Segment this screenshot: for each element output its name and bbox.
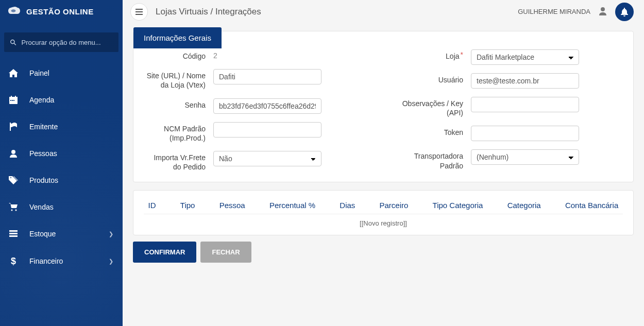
select-frete[interactable]: Não [213,151,321,166]
input-obs[interactable] [471,97,579,112]
close-button[interactable]: FECHAR [200,242,251,263]
sidebar-item-financeiro[interactable]: $ Financeiro ❯ [0,247,123,275]
label-codigo: Código [146,49,213,61]
sidebar-item-emitente[interactable]: Emitente [0,113,123,140]
sidebar-item-label: Emitente [29,123,58,131]
th-id: ID [148,201,156,210]
row-loja: Loja* Dafiti Marketplace [394,49,620,65]
svg-point-11 [15,210,17,211]
svg-rect-6 [10,100,11,101]
label-token: Token [394,126,471,137]
value-codigo: 2 [213,49,217,60]
tab-info-gerais[interactable]: Informações Gerais [133,27,222,48]
label-site: Site (URL) / Nome da Loja (Vtex) [146,69,213,90]
sidebar-item-label: Estoque [29,230,56,238]
form-grid: Código 2 Site (URL) / Nome da Loja (Vtex… [146,49,620,171]
sidebar-item-label: Financeiro [29,257,63,265]
topbar: Lojas Virtuais / Integrações GUILHERME M… [123,0,644,23]
input-senha[interactable] [213,98,321,114]
chevron-right-icon: ❯ [109,258,113,265]
svg-rect-4 [11,96,12,98]
label-loja: Loja* [394,49,471,61]
label-transp: Transportadora Padrão [394,149,471,170]
row-codigo: Código 2 [146,49,373,61]
row-senha: Senha [146,98,373,114]
form-col-right: Loja* Dafiti Marketplace Usuário Observa… [394,49,620,171]
svg-rect-5 [15,96,16,98]
menu: Painel Agenda Emitente Pessoas Produtos … [0,60,123,275]
sidebar-item-label: Painel [29,69,49,77]
label-usuario: Usuário [394,73,471,84]
calendar-icon [8,96,19,104]
label-frete: Importa Vr.Frete do Pedido [146,151,213,171]
stack-icon [8,230,19,238]
logo-icon [8,7,21,17]
person-icon [8,149,19,158]
row-obs: Observações / Key (API) [394,97,620,117]
svg-point-9 [11,150,15,154]
sidebar-item-estoque[interactable]: Estoque ❯ [0,220,123,247]
row-ncm: NCM Padrão (Imp.Prod.) [146,122,373,143]
svg-rect-14 [9,235,18,237]
sidebar-item-label: Pessoas [29,149,57,158]
th-categoria: Categoria [507,201,541,210]
sidebar-item-vendas[interactable]: Vendas [0,194,123,220]
table-header-row: ID Tipo Pessoa Percentual % Dias Parceir… [144,198,623,214]
confirm-button[interactable]: CONFIRMAR [133,242,196,263]
th-parceiro: Parceiro [380,201,409,210]
search-input[interactable] [22,39,112,46]
input-usuario[interactable] [471,73,579,89]
svg-rect-13 [9,233,18,234]
input-site[interactable] [213,69,321,84]
search-icon [10,39,16,46]
brand: GESTÃO ONLINE [0,0,123,23]
content: Informações Gerais Código 2 Site (URL) /… [123,23,644,273]
row-token: Token [394,126,620,141]
th-tipo-categoria: Tipo Categoria [433,201,483,210]
flag-icon [8,123,19,131]
svg-rect-7 [12,100,13,101]
notifications-button[interactable] [615,3,634,21]
input-token[interactable] [471,126,579,141]
label-obs: Observações / Key (API) [394,97,471,117]
svg-point-0 [11,40,14,43]
hamburger-icon [135,9,143,15]
sidebar-item-agenda[interactable]: Agenda [0,87,123,113]
sidebar-item-painel[interactable]: Painel [0,60,123,87]
th-tipo: Tipo [180,201,195,210]
svg-rect-12 [9,230,18,232]
search-box[interactable] [4,32,118,52]
chevron-right-icon: ❯ [109,231,113,237]
svg-text:$: $ [11,256,16,266]
table-card: ID Tipo Pessoa Percentual % Dias Parceir… [133,190,634,235]
bell-icon [620,7,629,16]
sidebar-item-pessoas[interactable]: Pessoas [0,140,123,167]
svg-point-10 [11,210,13,211]
svg-rect-8 [13,100,14,101]
menu-toggle-button[interactable] [130,3,148,21]
label-senha: Senha [146,98,213,110]
sidebar: GESTÃO ONLINE Painel Agenda Emitente Pes… [0,0,123,326]
input-ncm[interactable] [213,122,321,138]
th-pessoa: Pessoa [219,201,245,210]
sidebar-item-label: Vendas [29,203,54,211]
top-right: GUILHERME MIRANDA [518,3,634,21]
form-col-left: Código 2 Site (URL) / Nome da Loja (Vtex… [146,49,373,171]
user-icon[interactable] [598,6,607,18]
sidebar-item-label: Agenda [29,96,54,104]
home-icon [8,69,19,77]
row-frete: Importa Vr.Frete do Pedido Não [146,151,373,171]
th-percentual: Percentual % [269,201,315,210]
th-conta: Conta Bancária [565,201,618,210]
main: Lojas Virtuais / Integrações GUILHERME M… [123,0,644,326]
select-transp[interactable]: (Nenhum) [471,149,579,165]
select-loja[interactable]: Dafiti Marketplace [471,49,579,65]
username: GUILHERME MIRANDA [518,8,590,15]
sidebar-item-produtos[interactable]: Produtos [0,167,123,194]
tag-icon [8,176,19,184]
dollar-icon: $ [8,256,19,266]
row-site: Site (URL) / Nome da Loja (Vtex) [146,69,373,90]
th-dias: Dias [340,201,355,210]
sidebar-item-label: Produtos [29,176,58,184]
new-record-row[interactable]: [[Novo registro]] [144,214,623,230]
